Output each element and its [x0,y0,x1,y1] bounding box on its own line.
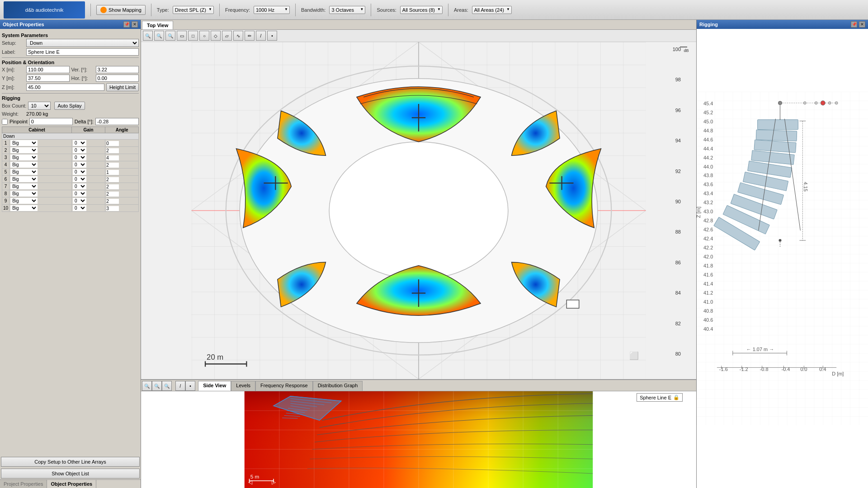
angle-cell[interactable] [105,140,139,147]
cabinet-type-select[interactable]: Big [10,140,38,146]
cabinet-type-cell[interactable]: Big [9,205,72,212]
cabinet-type-cell[interactable]: Big [9,197,72,205]
height-limit-button[interactable]: Height Limit [106,83,139,91]
gain-cell[interactable]: 0 [71,169,105,176]
gain-select[interactable]: 0 [73,205,86,211]
cabinet-type-cell[interactable]: Big [9,190,72,197]
angle-input[interactable] [106,163,119,168]
type-combo[interactable]: Direct SPL (Z) [173,6,214,14]
box-btn[interactable]: ▱ [222,31,232,41]
pinpoint-input[interactable] [29,118,73,125]
gain-select[interactable]: 0 [73,198,86,204]
gain-cell[interactable]: 0 [71,147,105,154]
project-properties-tab[interactable]: Project Properties [0,480,47,488]
cabinet-type-cell[interactable]: Big [9,169,72,176]
angle-cell[interactable] [105,197,139,205]
cabinet-type-cell[interactable]: Big [9,154,72,161]
gain-cell[interactable]: 0 [71,161,105,169]
angle-cell[interactable] [105,161,139,169]
cabinet-type-select[interactable]: Big [10,191,38,197]
cabinet-type-select[interactable]: Big [10,183,38,189]
object-properties-tab[interactable]: Object Properties [47,480,96,488]
point-btn[interactable]: • [267,31,277,41]
angle-input[interactable] [106,184,119,189]
x-input[interactable] [26,66,70,73]
zoom-out-btn[interactable]: 🔍 [154,31,164,41]
y-input[interactable] [26,75,70,82]
top-view-tab[interactable]: Top View [142,21,173,29]
cabinet-type-select[interactable]: Big [10,162,38,168]
areas-combo[interactable]: All Areas (24) [472,6,512,14]
gain-select[interactable]: 0 [73,162,86,168]
gain-cell[interactable]: 0 [71,190,105,197]
levels-tab[interactable]: Levels [231,381,255,391]
zoom-out-btn-2[interactable]: 🔍 [152,381,162,391]
cabinet-type-cell[interactable]: Big [9,147,72,154]
pin-button[interactable]: 📌 [123,21,130,28]
gain-select[interactable]: 0 [73,140,86,146]
cabinet-type-select[interactable]: Big [10,169,38,175]
delta-input[interactable] [95,118,139,125]
angle-cell[interactable] [105,154,139,161]
object-list-button[interactable]: Show Object List [1,469,140,479]
select-btn[interactable]: ▭ [177,31,187,41]
curve-btn[interactable]: ∿ [233,31,243,41]
angle-cell[interactable] [105,147,139,154]
angle-input[interactable] [106,170,119,175]
bandwidth-combo[interactable]: 3 Octaves [329,6,365,14]
pencil-btn[interactable]: ✏ [245,31,255,41]
gain-cell[interactable]: 0 [71,176,105,183]
setup-combo[interactable]: Down [26,39,139,47]
hor-input[interactable] [96,75,139,82]
auto-splay-button[interactable]: Auto Splay [54,102,85,110]
freq-response-tab[interactable]: Frequency Response [255,381,313,391]
ver-input[interactable] [96,66,139,73]
frequency-combo[interactable]: 1000 Hz [254,6,290,14]
angle-cell[interactable] [105,205,139,212]
gain-select[interactable]: 0 [73,176,86,182]
zoom-in-btn-2[interactable]: 🔍 [142,381,152,391]
gain-select[interactable]: 0 [73,169,86,175]
copy-setup-button[interactable]: Copy Setup to Other Line Arrays [1,457,140,467]
gain-select[interactable]: 0 [73,155,86,160]
gain-select[interactable]: 0 [73,147,86,153]
angle-cell[interactable] [105,169,139,176]
cabinet-type-cell[interactable]: Big [9,140,72,147]
gain-cell[interactable]: 0 [71,154,105,161]
show-mapping-button[interactable]: Show Mapping [96,5,146,15]
pinpoint-checkbox[interactable] [2,119,8,125]
angle-input[interactable] [106,206,119,211]
gain-cell[interactable]: 0 [71,205,105,212]
zoom-fit-btn[interactable]: 🔍 [165,31,175,41]
sources-combo[interactable]: All Sources (8) [400,6,443,14]
box-count-combo[interactable]: 10 8 12 [28,102,51,110]
cabinet-type-cell[interactable]: Big [9,161,72,169]
line-tool-btn[interactable]: / [175,381,185,391]
poly-btn[interactable]: ◇ [211,31,221,41]
cabinet-type-cell[interactable]: Big [9,176,72,183]
angle-cell[interactable] [105,176,139,183]
gain-select[interactable]: 0 [73,191,86,197]
angle-input[interactable] [106,148,119,153]
point-tool-btn[interactable]: • [185,381,195,391]
rigging-pin-button[interactable]: 📌 [851,21,857,28]
ellipse-btn[interactable]: ○ [199,31,209,41]
cabinet-type-cell[interactable]: Big [9,183,72,190]
cabinet-type-select[interactable]: Big [10,155,38,160]
z-input[interactable] [26,84,104,91]
gain-select[interactable]: 0 [73,183,86,189]
cabinet-type-select[interactable]: Big [10,198,38,204]
zoom-fit-btn-2[interactable]: 🔍 [162,381,172,391]
angle-input[interactable] [106,155,119,160]
gain-cell[interactable]: 0 [71,183,105,190]
gain-cell[interactable]: 0 [71,197,105,205]
cabinet-type-select[interactable]: Big [10,176,38,182]
angle-input[interactable] [106,177,119,182]
gain-cell[interactable]: 0 [71,140,105,147]
line-btn[interactable]: / [256,31,266,41]
cabinet-type-select[interactable]: Big [10,205,38,211]
angle-input[interactable] [106,192,119,197]
side-view-tab[interactable]: Side View [198,381,231,391]
close-button[interactable]: ✕ [132,21,138,28]
angle-input[interactable] [106,141,119,146]
